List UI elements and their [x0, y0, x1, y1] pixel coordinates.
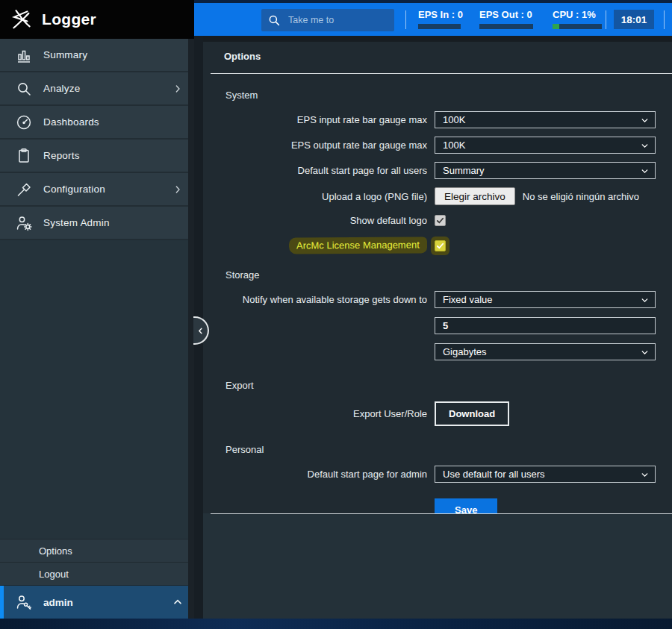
sidebar-item-options[interactable]: Options: [0, 539, 194, 562]
field-label-highlighted: ArcMc License Management: [225, 237, 427, 254]
chevron-down-icon: [640, 348, 650, 357]
field-row-highlighted: ArcMc License Management: [225, 237, 672, 254]
app-title: Logger: [42, 10, 96, 28]
field-row: [225, 317, 672, 334]
cpu-gauge: [553, 24, 602, 29]
sidebar-item-logout[interactable]: Logout: [0, 562, 194, 585]
sidebar-item-configuration[interactable]: Configuration: [0, 173, 194, 207]
chevron-down-icon: [640, 141, 650, 151]
section-heading-export: Export: [225, 380, 672, 391]
sidebar-item-label: Dashboards: [43, 116, 99, 128]
field-label: Default start page for all users: [225, 165, 427, 176]
field-row: Notify when available storage gets down …: [225, 291, 672, 308]
clipboard-icon: [15, 147, 33, 165]
takemeto-searchbox: [261, 9, 394, 31]
field-row: Gigabytes: [225, 343, 672, 360]
gauge-icon: [15, 113, 33, 131]
chevron-down-icon: [640, 116, 650, 125]
topbar-blue-band: EPS In : 0 EPS Out : 0 CPU : 1% 18:01: [194, 3, 672, 36]
search-input[interactable]: [288, 9, 391, 31]
field-label: EPS output rate bar gauge max: [225, 140, 427, 151]
chevron-right-icon: [172, 184, 184, 195]
field-row: Default start page for admin Use default…: [225, 466, 672, 483]
sidebar-footer-label: Options: [39, 545, 72, 557]
field-row: EPS input rate bar gauge max 100K: [225, 111, 672, 128]
chevron-up-icon: [172, 596, 184, 608]
section-heading-system: System: [225, 90, 672, 101]
main-content: Options System EPS input rate bar gauge …: [194, 36, 672, 619]
sidebar-item-label: Reports: [43, 150, 80, 161]
bar-chart-icon: [15, 46, 33, 64]
show-default-logo-checkbox[interactable]: [435, 215, 446, 226]
search-icon: [15, 80, 33, 98]
title-divider: [211, 73, 672, 74]
default-start-admin-select[interactable]: Use default for all users: [435, 466, 656, 483]
sidebar-user-admin[interactable]: admin: [0, 585, 194, 619]
storage-notify-mode-select[interactable]: Fixed value: [435, 291, 656, 308]
chevron-down-icon: [640, 470, 650, 480]
eps-in-stat: EPS In : 0: [418, 9, 463, 29]
field-label: EPS input rate bar gauge max: [225, 114, 427, 125]
chevron-right-icon: [172, 83, 184, 95]
content-footer-area: [203, 513, 672, 619]
eps-in-gauge: [418, 24, 461, 29]
sidebar-item-system-admin[interactable]: System Admin: [0, 207, 194, 240]
logo-band: Logger: [0, 0, 194, 39]
download-button[interactable]: Download: [435, 401, 509, 426]
sidebar-item-analyze[interactable]: Analyze: [0, 72, 194, 106]
chevron-down-icon: [640, 166, 650, 176]
sidebar-item-label: Configuration: [43, 184, 105, 195]
section-heading-storage: Storage: [225, 269, 672, 281]
field-row: Default start page for all users Summary: [225, 162, 672, 179]
chevron-down-icon: [640, 295, 650, 305]
sidebar-footer-label: Logout: [39, 569, 69, 580]
search-icon: [267, 13, 281, 27]
storage-unit-select[interactable]: Gigabytes: [435, 343, 656, 360]
clock: 18:01: [614, 10, 654, 29]
field-label: Notify when available storage gets down …: [225, 294, 427, 305]
eps-out-stat: EPS Out : 0: [479, 9, 533, 29]
eps-input-max-select[interactable]: 100K: [435, 111, 656, 128]
page-title: Options: [224, 51, 672, 62]
arcmc-license-checkbox[interactable]: [435, 240, 446, 251]
bottom-strip: [0, 619, 672, 629]
default-start-all-users-select[interactable]: Summary: [435, 162, 656, 179]
field-row: EPS output rate bar gauge max 100K: [225, 137, 672, 154]
topbar-divider: [606, 10, 606, 29]
eps-out-gauge: [479, 24, 533, 29]
topbar-divider: [664, 10, 665, 29]
user-gear-icon: [15, 214, 33, 232]
sidebar-item-label: Summary: [43, 49, 87, 60]
file-status-text: No se eligió ningún archivo: [523, 191, 639, 202]
cpu-stat: CPU : 1%: [553, 9, 602, 29]
check-icon: [436, 242, 444, 250]
sidebar: Logger Summary Analyze: [0, 0, 194, 619]
sidebar-item-dashboards[interactable]: Dashboards: [0, 106, 194, 140]
topbar-divider: [405, 10, 406, 29]
storage-threshold-input[interactable]: [435, 317, 656, 334]
field-row: Show default logo: [225, 215, 672, 226]
topbar: EPS In : 0 EPS Out : 0 CPU : 1% 18:01: [194, 0, 672, 36]
field-row: Upload a logo (PNG file) Elegir archivo …: [225, 187, 672, 205]
field-row: Export User/Role Download: [225, 401, 672, 426]
field-label: Upload a logo (PNG file): [225, 191, 427, 202]
chevron-left-icon: [196, 326, 205, 336]
sidebar-item-label: Analyze: [43, 83, 80, 94]
choose-file-button[interactable]: Elegir archivo: [435, 187, 515, 205]
sidebar-menu: Summary Analyze Dashboards: [0, 39, 194, 240]
field-label: Show default logo: [225, 215, 427, 226]
field-label: Export User/Role: [225, 408, 427, 419]
sidebar-item-reports[interactable]: Reports: [0, 140, 194, 173]
user-name: admin: [43, 597, 73, 608]
sidebar-spacer: [0, 240, 194, 539]
sidebar-item-summary[interactable]: Summary: [0, 39, 194, 72]
logger-logo-icon: [10, 8, 33, 31]
sidebar-item-label: System Admin: [43, 217, 110, 228]
wrench-icon: [15, 181, 33, 198]
eps-output-max-select[interactable]: 100K: [435, 137, 656, 154]
section-heading-personal: Personal: [225, 444, 672, 455]
field-label: Default start page for admin: [225, 469, 427, 480]
user-key-icon: [15, 593, 33, 611]
check-icon: [436, 216, 444, 225]
